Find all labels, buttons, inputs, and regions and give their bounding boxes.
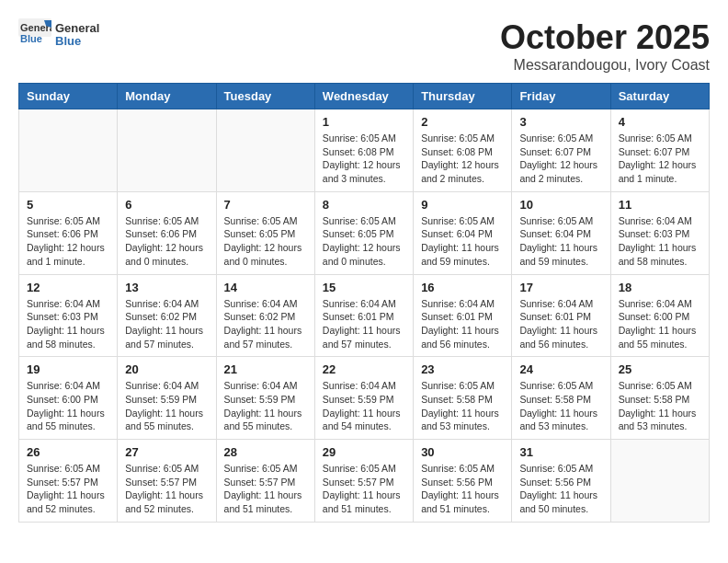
col-header-tuesday: Tuesday bbox=[216, 84, 314, 109]
day-number: 5 bbox=[27, 198, 109, 212]
day-cell: 25Sunrise: 6:05 AM Sunset: 5:58 PM Dayli… bbox=[610, 357, 709, 440]
day-info: Sunrise: 6:05 AM Sunset: 5:57 PM Dayligh… bbox=[323, 462, 405, 516]
calendar-header-row: SundayMondayTuesdayWednesdayThursdayFrid… bbox=[19, 84, 710, 109]
day-number: 28 bbox=[224, 445, 307, 459]
day-number: 14 bbox=[224, 281, 307, 294]
day-cell: 15Sunrise: 6:04 AM Sunset: 6:01 PM Dayli… bbox=[314, 274, 413, 357]
day-cell: 27Sunrise: 6:05 AM Sunset: 5:57 PM Dayli… bbox=[118, 440, 216, 523]
day-info: Sunrise: 6:05 AM Sunset: 5:58 PM Dayligh… bbox=[421, 379, 504, 433]
day-info: Sunrise: 6:05 AM Sunset: 5:57 PM Dayligh… bbox=[125, 462, 208, 516]
day-number: 13 bbox=[125, 281, 208, 294]
day-number: 16 bbox=[421, 281, 504, 294]
logo-blue-text: Blue bbox=[55, 35, 99, 48]
day-cell: 17Sunrise: 6:04 AM Sunset: 6:01 PM Dayli… bbox=[512, 274, 610, 357]
day-cell: 28Sunrise: 6:05 AM Sunset: 5:57 PM Dayli… bbox=[216, 440, 314, 523]
day-info: Sunrise: 6:04 AM Sunset: 6:02 PM Dayligh… bbox=[125, 297, 208, 351]
day-number: 21 bbox=[224, 362, 307, 376]
day-number: 20 bbox=[125, 362, 208, 376]
day-cell: 21Sunrise: 6:04 AM Sunset: 5:59 PM Dayli… bbox=[216, 357, 314, 440]
day-info: Sunrise: 6:05 AM Sunset: 6:07 PM Dayligh… bbox=[619, 132, 701, 186]
day-info: Sunrise: 6:05 AM Sunset: 6:04 PM Dayligh… bbox=[519, 214, 602, 269]
day-cell: 8Sunrise: 6:05 AM Sunset: 6:05 PM Daylig… bbox=[314, 191, 413, 274]
day-info: Sunrise: 6:04 AM Sunset: 6:00 PM Dayligh… bbox=[27, 379, 109, 433]
day-info: Sunrise: 6:05 AM Sunset: 6:04 PM Dayligh… bbox=[421, 214, 504, 269]
day-cell: 26Sunrise: 6:05 AM Sunset: 5:57 PM Dayli… bbox=[19, 440, 118, 523]
day-info: Sunrise: 6:05 AM Sunset: 5:58 PM Dayligh… bbox=[519, 379, 602, 433]
col-header-thursday: Thursday bbox=[414, 84, 512, 109]
day-number: 10 bbox=[519, 198, 602, 212]
day-cell bbox=[610, 440, 709, 523]
day-number: 24 bbox=[519, 362, 602, 376]
day-cell: 1Sunrise: 6:05 AM Sunset: 6:08 PM Daylig… bbox=[314, 109, 413, 192]
day-cell: 3Sunrise: 6:05 AM Sunset: 6:07 PM Daylig… bbox=[512, 109, 610, 192]
day-cell bbox=[216, 109, 314, 192]
day-cell: 23Sunrise: 6:05 AM Sunset: 5:58 PM Dayli… bbox=[414, 357, 512, 440]
day-number: 8 bbox=[323, 198, 405, 212]
col-header-saturday: Saturday bbox=[610, 84, 709, 109]
week-row-2: 5Sunrise: 6:05 AM Sunset: 6:06 PM Daylig… bbox=[19, 191, 710, 274]
day-cell: 20Sunrise: 6:04 AM Sunset: 5:59 PM Dayli… bbox=[118, 357, 216, 440]
day-cell: 22Sunrise: 6:04 AM Sunset: 5:59 PM Dayli… bbox=[314, 357, 413, 440]
logo-icon: General Blue bbox=[18, 18, 51, 52]
col-header-wednesday: Wednesday bbox=[314, 84, 413, 109]
day-cell: 19Sunrise: 6:04 AM Sunset: 6:00 PM Dayli… bbox=[19, 357, 118, 440]
day-number: 6 bbox=[125, 198, 208, 212]
day-cell: 18Sunrise: 6:04 AM Sunset: 6:00 PM Dayli… bbox=[610, 274, 709, 357]
calendar-table: SundayMondayTuesdayWednesdayThursdayFrid… bbox=[18, 83, 710, 523]
day-info: Sunrise: 6:04 AM Sunset: 6:01 PM Dayligh… bbox=[323, 297, 405, 351]
day-info: Sunrise: 6:05 AM Sunset: 5:56 PM Dayligh… bbox=[519, 462, 602, 516]
day-number: 25 bbox=[619, 362, 701, 376]
day-number: 27 bbox=[125, 445, 208, 459]
day-info: Sunrise: 6:04 AM Sunset: 6:03 PM Dayligh… bbox=[27, 297, 109, 351]
day-number: 19 bbox=[27, 362, 109, 376]
day-info: Sunrise: 6:05 AM Sunset: 5:56 PM Dayligh… bbox=[421, 462, 504, 516]
col-header-sunday: Sunday bbox=[19, 84, 118, 109]
title-area: October 2025 Messarandougou, Ivory Coast bbox=[500, 18, 710, 74]
day-info: Sunrise: 6:04 AM Sunset: 5:59 PM Dayligh… bbox=[323, 379, 405, 433]
day-number: 18 bbox=[619, 281, 701, 294]
day-info: Sunrise: 6:05 AM Sunset: 5:58 PM Dayligh… bbox=[619, 379, 701, 433]
week-row-3: 12Sunrise: 6:04 AM Sunset: 6:03 PM Dayli… bbox=[19, 274, 710, 357]
day-number: 7 bbox=[224, 198, 307, 212]
day-number: 30 bbox=[421, 445, 504, 459]
day-number: 11 bbox=[619, 198, 701, 212]
day-info: Sunrise: 6:05 AM Sunset: 6:05 PM Dayligh… bbox=[224, 214, 307, 269]
svg-text:Blue: Blue bbox=[20, 33, 42, 44]
month-title: October 2025 bbox=[500, 18, 710, 57]
day-cell: 7Sunrise: 6:05 AM Sunset: 6:05 PM Daylig… bbox=[216, 191, 314, 274]
week-row-4: 19Sunrise: 6:04 AM Sunset: 6:00 PM Dayli… bbox=[19, 357, 710, 440]
day-number: 22 bbox=[323, 362, 405, 376]
col-header-friday: Friday bbox=[512, 84, 610, 109]
logo-general-text: General bbox=[55, 22, 99, 35]
logo: General Blue General Blue bbox=[18, 18, 99, 52]
day-info: Sunrise: 6:04 AM Sunset: 6:01 PM Dayligh… bbox=[519, 297, 602, 351]
day-info: Sunrise: 6:05 AM Sunset: 6:07 PM Dayligh… bbox=[519, 132, 602, 186]
col-header-monday: Monday bbox=[118, 84, 216, 109]
day-info: Sunrise: 6:04 AM Sunset: 6:03 PM Dayligh… bbox=[619, 214, 701, 269]
day-cell bbox=[118, 109, 216, 192]
day-info: Sunrise: 6:05 AM Sunset: 5:57 PM Dayligh… bbox=[27, 462, 109, 516]
day-cell: 12Sunrise: 6:04 AM Sunset: 6:03 PM Dayli… bbox=[19, 274, 118, 357]
day-cell: 24Sunrise: 6:05 AM Sunset: 5:58 PM Dayli… bbox=[512, 357, 610, 440]
day-number: 15 bbox=[323, 281, 405, 294]
day-number: 2 bbox=[421, 115, 504, 129]
day-info: Sunrise: 6:04 AM Sunset: 6:02 PM Dayligh… bbox=[224, 297, 307, 351]
day-cell bbox=[19, 109, 118, 192]
day-cell: 4Sunrise: 6:05 AM Sunset: 6:07 PM Daylig… bbox=[610, 109, 709, 192]
day-number: 17 bbox=[519, 281, 602, 294]
day-number: 31 bbox=[519, 445, 602, 459]
day-info: Sunrise: 6:05 AM Sunset: 5:57 PM Dayligh… bbox=[224, 462, 307, 516]
day-number: 29 bbox=[323, 445, 405, 459]
day-info: Sunrise: 6:05 AM Sunset: 6:08 PM Dayligh… bbox=[323, 132, 405, 186]
day-info: Sunrise: 6:04 AM Sunset: 6:01 PM Dayligh… bbox=[421, 297, 504, 351]
day-cell: 30Sunrise: 6:05 AM Sunset: 5:56 PM Dayli… bbox=[414, 440, 512, 523]
day-cell: 2Sunrise: 6:05 AM Sunset: 6:08 PM Daylig… bbox=[414, 109, 512, 192]
day-cell: 6Sunrise: 6:05 AM Sunset: 6:06 PM Daylig… bbox=[118, 191, 216, 274]
day-info: Sunrise: 6:04 AM Sunset: 5:59 PM Dayligh… bbox=[125, 379, 208, 433]
week-row-5: 26Sunrise: 6:05 AM Sunset: 5:57 PM Dayli… bbox=[19, 440, 710, 523]
page-header: General Blue General Blue October 2025 M… bbox=[18, 18, 710, 74]
day-cell: 11Sunrise: 6:04 AM Sunset: 6:03 PM Dayli… bbox=[610, 191, 709, 274]
day-number: 4 bbox=[619, 115, 701, 129]
location: Messarandougou, Ivory Coast bbox=[500, 57, 710, 74]
day-cell: 29Sunrise: 6:05 AM Sunset: 5:57 PM Dayli… bbox=[314, 440, 413, 523]
